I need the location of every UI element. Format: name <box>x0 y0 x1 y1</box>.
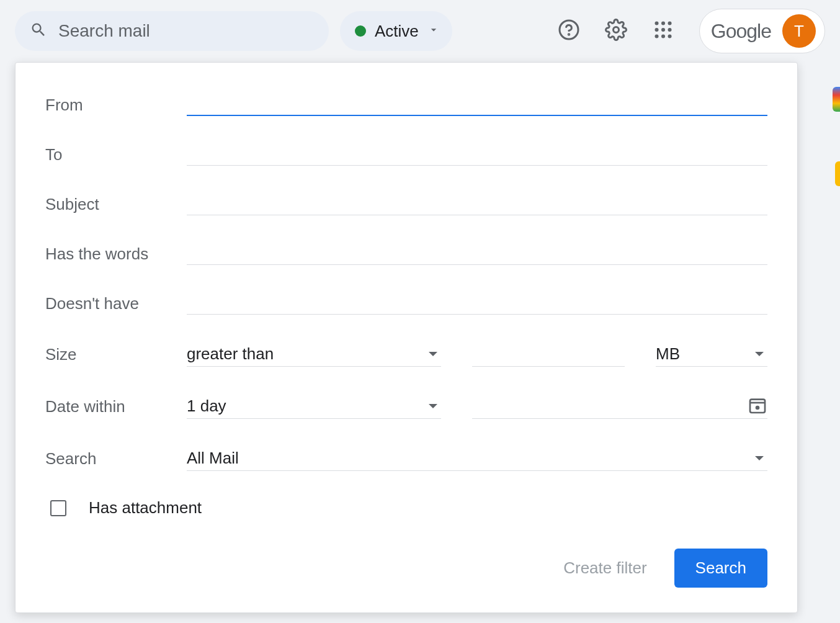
date-within-label: Date within <box>45 397 187 416</box>
size-unit-value: MB <box>656 344 750 364</box>
has-words-label: Has the words <box>45 244 187 264</box>
search-icon <box>30 21 47 41</box>
svg-point-7 <box>661 28 665 32</box>
search-placeholder: Search mail <box>58 21 150 41</box>
help-icon <box>558 19 580 43</box>
size-comparator-value: greater than <box>187 344 424 364</box>
app-header: Search mail Active Google T <box>0 0 840 62</box>
avatar-initial: T <box>794 22 804 41</box>
size-comparator-select[interactable]: greater than <box>187 342 441 367</box>
svg-point-8 <box>668 28 671 32</box>
search-scope-value: All Mail <box>187 449 750 468</box>
date-within-value: 1 day <box>187 397 424 416</box>
svg-point-13 <box>756 406 759 409</box>
from-input[interactable] <box>187 94 767 116</box>
search-scope-select[interactable]: All Mail <box>187 446 767 471</box>
account-switcher[interactable]: Google T <box>699 9 825 53</box>
status-dot-icon <box>355 25 366 37</box>
to-input[interactable] <box>187 143 767 166</box>
search-bar[interactable]: Search mail <box>15 11 329 51</box>
date-within-row: Date within 1 day <box>45 394 767 419</box>
header-icon-group <box>556 19 676 43</box>
has-attachment-row: Has attachment <box>50 498 767 518</box>
date-input-wrap <box>472 394 767 419</box>
size-row: Size greater than MB <box>45 342 767 367</box>
has-attachment-label: Has attachment <box>89 498 202 518</box>
search-button[interactable]: Search <box>674 549 767 588</box>
size-value-input[interactable] <box>472 342 625 367</box>
apps-button[interactable] <box>651 19 676 43</box>
svg-point-11 <box>668 35 671 38</box>
help-button[interactable] <box>556 19 581 43</box>
caret-down-icon <box>429 404 437 408</box>
caret-down-icon <box>755 352 764 356</box>
svg-point-1 <box>568 34 570 35</box>
to-label: To <box>45 145 187 164</box>
create-filter-button[interactable]: Create filter <box>563 558 646 578</box>
from-row: From <box>45 94 767 116</box>
settings-button[interactable] <box>604 19 628 43</box>
to-row: To <box>45 143 767 166</box>
calendar-icon[interactable] <box>748 395 767 418</box>
side-panel-app-icon[interactable] <box>835 161 840 186</box>
svg-point-9 <box>655 35 658 38</box>
subject-label: Subject <box>45 195 187 214</box>
subject-row: Subject <box>45 193 767 215</box>
date-input[interactable] <box>472 398 748 415</box>
doesnt-have-label: Doesn't have <box>45 294 187 313</box>
has-words-input[interactable] <box>187 243 767 265</box>
svg-point-4 <box>661 22 665 25</box>
google-logo: Google <box>711 20 771 43</box>
doesnt-have-input[interactable] <box>187 292 767 315</box>
caret-down-icon <box>429 352 437 356</box>
from-label: From <box>45 96 187 115</box>
gear-icon <box>605 19 627 43</box>
search-scope-row: Search All Mail <box>45 446 767 471</box>
status-label: Active <box>375 22 419 41</box>
caret-down-icon <box>755 456 764 460</box>
chevron-down-icon <box>427 24 440 38</box>
search-scope-label: Search <box>45 449 187 468</box>
svg-point-6 <box>655 28 658 32</box>
avatar[interactable]: T <box>782 14 816 48</box>
subject-input[interactable] <box>187 193 767 215</box>
svg-point-10 <box>661 35 665 38</box>
has-words-row: Has the words <box>45 243 767 265</box>
actions-row: Create filter Search <box>45 549 767 588</box>
has-attachment-checkbox[interactable] <box>50 500 66 516</box>
status-selector[interactable]: Active <box>340 11 452 51</box>
size-unit-select[interactable]: MB <box>656 342 767 367</box>
date-within-select[interactable]: 1 day <box>187 394 441 419</box>
svg-point-3 <box>655 22 658 25</box>
svg-point-5 <box>668 22 671 25</box>
doesnt-have-row: Doesn't have <box>45 292 767 315</box>
svg-point-2 <box>613 27 619 33</box>
advanced-search-panel: From To Subject Has the words Doesn't ha… <box>15 62 798 613</box>
apps-grid-icon <box>652 19 674 43</box>
side-panel-app-icon[interactable] <box>833 87 840 112</box>
size-label: Size <box>45 345 187 364</box>
